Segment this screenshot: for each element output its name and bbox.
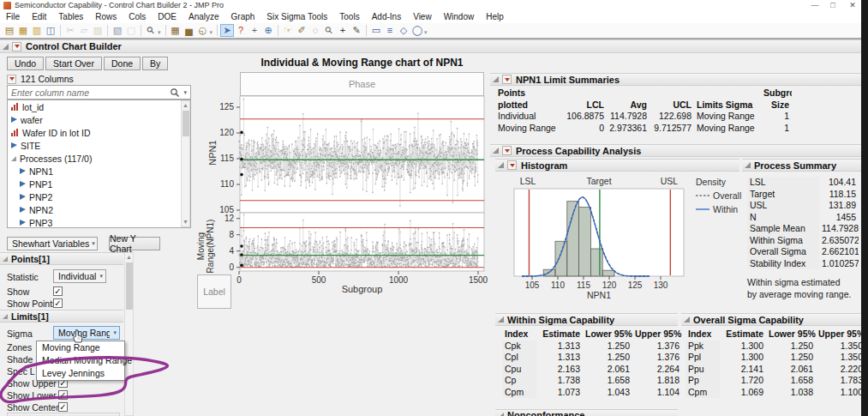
collapse-triangle-icon[interactable]: [3, 314, 8, 319]
paste-icon[interactable]: ▨: [91, 24, 105, 37]
column-item-pnp1[interactable]: PNP1: [8, 178, 190, 190]
red-triangle-menu-icon[interactable]: [12, 42, 21, 51]
collapse-triangle-icon[interactable]: [684, 317, 690, 323]
menu-view[interactable]: View: [407, 11, 438, 23]
column-item-npn1[interactable]: NPN1: [8, 165, 190, 178]
collapse-triangle-icon[interactable]: [498, 413, 504, 416]
column-item-pnp3[interactable]: PNP3: [8, 216, 190, 228]
collapse-triangle-icon[interactable]: [3, 256, 8, 262]
table-cell: 1: [761, 123, 792, 135]
cut-icon[interactable]: ✂: [63, 24, 77, 37]
group-expand-icon[interactable]: [11, 156, 16, 161]
maximize-button[interactable]: □: [825, 0, 841, 10]
column-item-lot-id[interactable]: lot_id: [8, 100, 190, 113]
data-table-icon[interactable]: ▦: [169, 24, 183, 37]
collapse-triangle-icon[interactable]: [493, 76, 499, 82]
options-scrollbar[interactable]: ▲: [124, 252, 134, 416]
column-list-scrollbar[interactable]: ▲ ▼: [181, 100, 190, 227]
red-triangle-menu-icon[interactable]: [507, 160, 517, 170]
arrow-tool-icon[interactable]: ➤: [220, 24, 234, 37]
table-cell: 104.41: [819, 177, 859, 189]
show-center-checkbox[interactable]: ✓: [58, 402, 68, 412]
new-y-chart-button[interactable]: New Y Chart: [109, 237, 160, 250]
journal-icon[interactable]: ▧: [111, 24, 124, 37]
collapse-triangle-icon[interactable]: [3, 44, 9, 50]
red-triangle-menu-icon[interactable]: [502, 146, 512, 155]
menu-rows[interactable]: Rows: [89, 11, 123, 23]
rectangle-annotate-icon[interactable]: ▭: [369, 24, 383, 37]
toolbar-overflow-icon[interactable]: ▾: [210, 29, 213, 36]
menu-graph[interactable]: Graph: [225, 11, 261, 23]
columns-red-triangle-icon[interactable]: [7, 75, 16, 84]
menu-six-sigma-tools[interactable]: Six Sigma Tools: [260, 11, 333, 23]
menu-help[interactable]: Help: [480, 11, 510, 23]
crosshair-tool-icon[interactable]: +: [248, 24, 261, 37]
new-data-table-icon[interactable]: ▦: [16, 24, 30, 37]
column-list: lot_idwaferWafer ID in lot IDSITEProcess…: [7, 99, 191, 228]
label-drop-zone[interactable]: Label: [197, 274, 231, 309]
menu-edit[interactable]: Edit: [26, 11, 52, 23]
brush-tool-icon[interactable]: ✐: [295, 24, 308, 37]
control-chart-plot[interactable]: 10511011512012504812050010001500: [197, 72, 490, 300]
collapse-triangle-icon[interactable]: [498, 317, 504, 323]
show-points-checkbox[interactable]: ✓: [53, 298, 63, 308]
menu-tools[interactable]: Tools: [333, 11, 365, 23]
sigma-option-moving-range[interactable]: Moving Range: [37, 341, 124, 354]
sigma-dropdown[interactable]: Moving Range▾: [53, 326, 120, 340]
column-item-processes-117-0-[interactable]: Processes (117/0): [8, 152, 190, 165]
red-triangle-menu-icon[interactable]: [502, 75, 512, 84]
help-tool-icon[interactable]: ?: [234, 24, 248, 37]
save-icon[interactable]: ◫: [44, 24, 57, 37]
histogram-plot[interactable]: 105110115120125130: [511, 187, 692, 293]
graph-builder-icon[interactable]: ◵: [196, 24, 210, 37]
menu-doe[interactable]: DOE: [152, 11, 183, 23]
table-cell: Lower 95%: [766, 329, 816, 341]
show-lower-checkbox[interactable]: ✓: [58, 390, 68, 400]
statistic-label: Statistic: [7, 272, 39, 282]
pencil-tool-icon[interactable]: ✎: [350, 24, 363, 37]
column-item-wafer-id-in-lot-id[interactable]: Wafer ID in lot ID: [8, 126, 190, 139]
menu-tables[interactable]: Tables: [52, 11, 89, 23]
table-cell: 114.7928: [819, 223, 859, 235]
grabber-tool-icon[interactable]: ☞: [281, 24, 295, 37]
outline-header-control-chart-builder: Control Chart Builder: [0, 39, 861, 53]
by-button[interactable]: By: [142, 57, 168, 70]
search-options-caret-icon[interactable]: ▾: [180, 89, 190, 96]
column-item-site[interactable]: SITE: [8, 139, 190, 152]
distribution-icon[interactable]: ▅: [183, 24, 196, 37]
search-input[interactable]: [8, 87, 170, 99]
menu-analyze[interactable]: Analyze: [183, 11, 225, 23]
globe-tool-icon[interactable]: ⊕: [261, 24, 275, 37]
undo-button[interactable]: Undo: [7, 57, 44, 70]
copy-icon[interactable]: ▱: [77, 24, 91, 37]
toolbar-overflow-icon[interactable]: ▾: [424, 29, 428, 36]
search-icon: [170, 87, 180, 98]
table-cell: Stability Index: [747, 258, 819, 270]
table-cell: 1455: [819, 212, 859, 224]
menu-cols[interactable]: Cols: [123, 11, 152, 23]
new-journal-icon[interactable]: ▤: [3, 24, 16, 37]
polygon-annotate-icon[interactable]: ◇: [397, 24, 410, 37]
sigma-option-levey-jennings[interactable]: Levey Jennings: [37, 367, 124, 380]
column-item-wafer[interactable]: wafer: [8, 113, 190, 126]
done-button[interactable]: Done: [104, 57, 141, 70]
menu-window[interactable]: Window: [438, 11, 481, 23]
open-icon[interactable]: ▥: [30, 24, 44, 37]
column-item-pnp2[interactable]: PNP2: [8, 190, 190, 203]
show-checkbox[interactable]: ✓: [53, 286, 63, 296]
layout-icon[interactable]: ▢: [124, 24, 138, 37]
minimize-button[interactable]: —: [807, 0, 823, 10]
chart-mode-selector[interactable]: Shewhart Variables▾: [7, 237, 98, 250]
collapse-triangle-icon[interactable]: [498, 162, 504, 168]
menu-add-ins[interactable]: Add-Ins: [366, 11, 407, 23]
column-item-npn2[interactable]: NPN2: [8, 203, 190, 216]
collapse-triangle-icon[interactable]: [745, 162, 751, 168]
close-button[interactable]: ✕: [845, 0, 860, 10]
sigma-option-median-moving-range[interactable]: Median Moving Range: [37, 354, 124, 367]
lines-annotate-icon[interactable]: ≡: [383, 24, 397, 37]
collapse-triangle-icon[interactable]: [493, 148, 499, 154]
statistic-dropdown[interactable]: Individual▾: [53, 269, 106, 283]
start-over-button[interactable]: Start Over: [45, 57, 102, 70]
menu-file[interactable]: File: [0, 11, 26, 23]
oval-annotate-icon[interactable]: ◯: [410, 24, 424, 37]
